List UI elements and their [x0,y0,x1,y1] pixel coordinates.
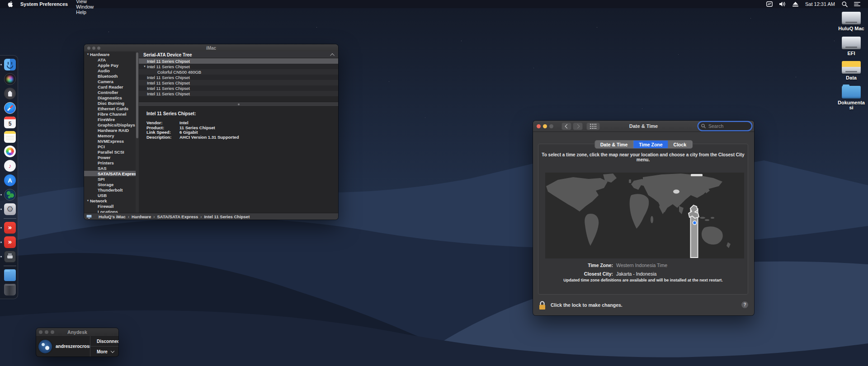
scrollbar-thumb[interactable] [136,52,138,138]
dock-item-siri[interactable] [4,73,16,85]
show-all-button[interactable] [586,122,600,130]
dock-item-utility-tool[interactable] [4,251,16,263]
breadcrumb-item[interactable]: ›SATA/SATA Express [151,214,198,219]
world-time-zone-map[interactable] [545,173,744,258]
closest-city-value[interactable]: Jakarta - Indonesia [616,271,656,277]
sidebar-item[interactable]: Camera [84,79,136,84]
tab[interactable]: Clock [668,141,693,148]
sidebar-item[interactable]: Ethernet Cards [84,106,136,111]
help-button[interactable]: ? [741,301,748,308]
menu-app-name[interactable]: System Preferences [16,0,72,8]
dock-item-photos[interactable] [4,145,16,157]
sidebar-item[interactable]: NVMExpress [84,138,136,144]
desktop-icon-efi[interactable]: EFI [837,37,865,56]
forward-button[interactable] [573,122,583,130]
desktop-icon-data[interactable]: Data [837,61,865,81]
sidebar-item[interactable]: Storage [84,182,136,187]
dock-item-trash[interactable] [4,284,16,296]
dock-item-divider[interactable] [4,218,16,219]
sidebar-item[interactable]: Controller [84,89,136,95]
lock-icon[interactable] [538,300,546,310]
search-input[interactable] [708,123,749,129]
menu-item[interactable]: Help [72,9,98,15]
sidebar-item[interactable]: Hardware RAID [84,127,136,133]
sidebar-item[interactable]: PCI [84,144,136,149]
dock-item-launchpad[interactable] [4,88,16,99]
menu-clock[interactable]: Sat 12:31 AM [802,1,839,7]
tree-row[interactable]: Intel 11 Series Chipset [139,80,338,85]
breadcrumb-item[interactable]: HuluQ's iMac [94,214,126,219]
sidebar-item[interactable]: Card Reader [84,84,136,89]
desktop-icon-huluq-mac[interactable]: HuluQ Mac [837,12,865,32]
sidebar-item[interactable]: Diagnostics [84,95,136,100]
zoom-button[interactable] [97,47,100,50]
sidebar-item[interactable]: SAS [84,165,136,171]
dock-item-calendar[interactable]: 5 [4,117,16,128]
minimize-button[interactable] [543,124,547,128]
sidebar-item[interactable]: Bluetooth [84,73,136,79]
sidebar-item[interactable]: USB [84,192,136,198]
tree-row[interactable]: Intel 11 Series Chipset [139,58,338,64]
dock-item-downloads-folder[interactable] [4,269,16,281]
zoom-button[interactable] [51,330,54,334]
tree-row[interactable]: Intel 11 Series Chipset [139,91,338,96]
dock-item-anydesk[interactable]: » [4,222,16,234]
sidebar-item[interactable]: Thunderbolt [84,187,136,192]
window-titlebar[interactable]: Date & Time [533,121,754,132]
sidebar-item[interactable]: Disc Burning [84,100,136,106]
sidebar-item[interactable]: Printers [84,160,136,165]
sidebar-item[interactable]: SPI [84,176,136,182]
sidebar-item[interactable]: FireWire [84,117,136,122]
anydesk-status-icon[interactable] [763,0,776,8]
sidebar-item[interactable]: Power [84,155,136,160]
dock-item-notes[interactable] [4,131,16,143]
sidebar-scrollbar[interactable] [136,52,139,213]
minimize-button[interactable] [92,47,95,50]
menu-item[interactable]: Window [72,4,98,9]
search-field[interactable] [698,122,751,130]
sidebar-item[interactable]: ATA [84,57,136,62]
more-button[interactable]: More [90,347,118,357]
dock-item-divider-2[interactable] [4,266,16,266]
tree-row[interactable]: Colorful CN500 480GB [139,69,338,75]
close-button[interactable] [39,330,42,334]
dock-item-app-store[interactable]: A [4,174,16,186]
dock-item-itunes[interactable]: ♪ [4,160,16,172]
breadcrumb-item[interactable]: ›Hardware [126,214,151,219]
sidebar-item[interactable]: SATA/SATA Express [84,171,136,176]
sidebar-item[interactable]: Parallel SCSI [84,149,136,155]
sidebar-item[interactable]: Memory [84,133,136,138]
sidebar-item[interactable]: Firewall [84,203,136,209]
minimize-button[interactable] [45,330,48,334]
volume-icon[interactable] [776,0,789,8]
sidebar-item[interactable]: Audio [84,68,136,73]
dock-item-world-app[interactable] [4,189,16,201]
tree-header-row[interactable]: Serial-ATA Device Tree [139,52,338,58]
sidebar-item[interactable]: ▼Hardware [84,52,136,57]
tab[interactable]: Time Zone [633,141,668,148]
window-titlebar[interactable]: iMac [84,44,338,52]
tree-row[interactable]: Intel 11 Series Chipset [139,85,338,91]
window-titlebar[interactable]: Anydesk [36,328,118,337]
close-button[interactable] [87,47,90,50]
tree-row[interactable]: ▼Intel 11 Series Chipset [139,64,338,69]
dock-item-anydesk-2[interactable]: » [4,236,16,248]
close-button[interactable] [537,124,541,128]
spotlight-search-icon[interactable] [839,0,851,8]
notification-center-icon[interactable] [851,0,863,8]
breadcrumb-item[interactable]: ›Intel 11 Series Chipset [198,214,250,219]
tree-row[interactable]: Intel 11 Series Chipset [139,75,338,80]
sidebar-item[interactable]: ▼Network [84,198,136,203]
back-button[interactable] [561,122,571,130]
menu-item[interactable]: View [72,0,98,4]
dock-item-safari[interactable] [4,102,16,114]
dock-item-system-preferences[interactable]: ⚙ [4,203,16,215]
sidebar-item[interactable]: Apple Pay [84,62,136,68]
disconnect-button[interactable]: Disconnect [90,336,118,347]
desktop-icon-dokumentasi[interactable]: Dokumentasi [837,86,865,111]
sidebar-item[interactable]: Fibre Channel [84,111,136,117]
tab[interactable]: Date & Time [595,141,634,148]
sidebar-item[interactable]: Graphics/Displays [84,122,136,127]
dock-item-finder[interactable] [4,59,16,70]
eject-icon[interactable] [789,0,802,8]
